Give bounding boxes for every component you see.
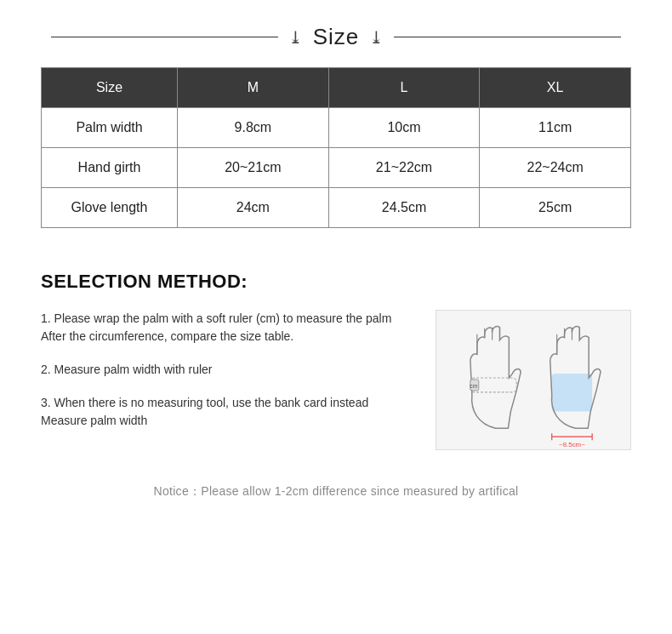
cell-length-m: 24cm — [178, 188, 329, 228]
cell-girth-xl: 22~24cm — [480, 148, 631, 188]
notice-text: Notice：Please allow 1-2cm difference sin… — [41, 484, 631, 500]
row-label-glove-length: Glove length — [42, 188, 178, 228]
col-header-m: M — [178, 68, 329, 108]
row-label-palm-width: Palm width — [42, 108, 178, 148]
header-title: Size — [313, 24, 360, 50]
header-section: ⤓ Size ⤓ — [0, 0, 672, 67]
cell-palm-m: 9.8cm — [178, 108, 329, 148]
col-header-xl: XL — [480, 68, 631, 108]
svg-rect-7 — [552, 374, 592, 411]
size-table: Size M L XL Palm width 9.8cm 10cm 11cm H… — [41, 67, 631, 228]
cell-girth-l: 21~22cm — [328, 148, 480, 188]
header-line-right — [394, 37, 621, 37]
table-row: Glove length 24cm 24.5cm 25cm — [42, 188, 631, 228]
selection-section: SELECTION METHOD: 1. Please wrap the pal… — [0, 254, 672, 467]
col-header-l: L — [328, 68, 480, 108]
svg-text:~8.5cm~: ~8.5cm~ — [559, 441, 585, 448]
table-row: Hand girth 20~21cm 21~22cm 22~24cm — [42, 148, 631, 188]
svg-text:cm: cm — [470, 383, 477, 389]
row-label-hand-girth: Hand girth — [42, 148, 178, 188]
hand-illustration-svg: cm ~8.5cm~ — [436, 311, 630, 449]
header-line-left — [51, 37, 278, 37]
svg-rect-0 — [436, 311, 629, 449]
col-header-size: Size — [42, 68, 178, 108]
step-2: 2. Measure palm width with ruler — [41, 361, 415, 379]
table-header-row: Size M L XL — [42, 68, 631, 108]
table-section: Size M L XL Palm width 9.8cm 10cm 11cm H… — [0, 67, 672, 254]
cell-length-xl: 25cm — [480, 188, 631, 228]
selection-steps: 1. Please wrap the palm with a soft rule… — [41, 310, 415, 430]
selection-title: SELECTION METHOD: — [41, 271, 631, 293]
step-1: 1. Please wrap the palm with a soft rule… — [41, 310, 415, 346]
step-3: 3. When there is no measuring tool, use … — [41, 394, 415, 430]
chevron-right-icon[interactable]: ⤓ — [369, 27, 384, 48]
cell-girth-m: 20~21cm — [178, 148, 329, 188]
selection-content: 1. Please wrap the palm with a soft rule… — [41, 310, 631, 450]
cell-palm-l: 10cm — [328, 108, 480, 148]
notice-section: Notice：Please allow 1-2cm difference sin… — [0, 467, 672, 517]
chevron-left-icon[interactable]: ⤓ — [288, 27, 303, 48]
cell-length-l: 24.5cm — [328, 188, 480, 228]
cell-palm-xl: 11cm — [480, 108, 631, 148]
table-row: Palm width 9.8cm 10cm 11cm — [42, 108, 631, 148]
hand-image: cm ~8.5cm~ — [436, 310, 631, 450]
